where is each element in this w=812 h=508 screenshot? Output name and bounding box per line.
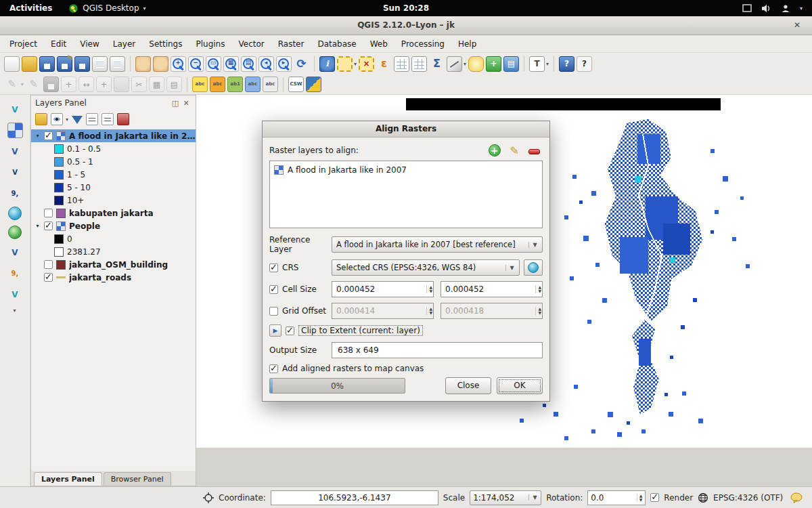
legend-class-row[interactable]: 2381.27 [31, 245, 196, 258]
zoom-next-icon[interactable]: ▸ [276, 56, 292, 72]
remove-layer-icon[interactable] [528, 149, 540, 154]
new-print-composer-icon[interactable] [92, 56, 108, 72]
chevron-down-icon[interactable]: ▾ [546, 61, 549, 67]
new-shapefile-layer-icon[interactable]: V [7, 287, 23, 302]
label-toolbar-icon[interactable]: abc [192, 77, 208, 92]
spinner-arrows-icon[interactable]: ▲▼ [426, 285, 432, 293]
new-project-icon[interactable] [4, 56, 20, 72]
cell-size-checkbox[interactable] [269, 285, 278, 294]
legend-class-row[interactable]: 10+ [31, 194, 196, 207]
cell-size-x-spinbox[interactable]: 0.000452 ▲▼ [332, 281, 434, 297]
system-status-area[interactable]: ▾ [742, 4, 812, 13]
crs-globe-icon[interactable] [698, 492, 708, 503]
zoom-full-extent-icon[interactable]: ▭ [206, 56, 221, 72]
add-group-icon[interactable] [35, 113, 47, 125]
delete-selected-icon[interactable] [114, 77, 129, 92]
map-tips-icon[interactable] [468, 56, 484, 72]
legend-class-row[interactable]: 0.1 - 0.5 [31, 142, 196, 155]
toggle-editing-icon[interactable]: ✎ [26, 77, 41, 92]
whats-this-icon[interactable]: ? [577, 56, 592, 72]
ok-button[interactable]: OK [497, 377, 543, 394]
save-layer-edits-icon[interactable] [43, 77, 59, 92]
edit-layer-icon[interactable]: ✎ [510, 144, 519, 157]
add-vector-layer-icon[interactable]: V [7, 102, 23, 117]
spinner-arrows-icon[interactable]: ▲▼ [637, 494, 643, 502]
chevron-down-icon[interactable]: ▾ [13, 308, 16, 314]
pan-to-selection-icon[interactable] [153, 56, 168, 72]
pan-map-icon[interactable] [135, 56, 151, 72]
add-mssql-layer-icon[interactable]: 9, [7, 186, 23, 201]
grid-offset-checkbox[interactable] [269, 307, 278, 316]
expand-all-icon[interactable] [86, 113, 98, 125]
show-bookmarks-icon[interactable]: ▤ [503, 56, 519, 72]
save-map-as-image-icon[interactable] [74, 56, 90, 72]
menu-help[interactable]: Help [451, 37, 483, 51]
add-to-canvas-checkbox[interactable] [269, 364, 278, 373]
help-contents-icon[interactable]: ? [559, 56, 574, 72]
menu-vector[interactable]: Vector [231, 37, 271, 51]
menu-web[interactable]: Web [363, 37, 394, 51]
rotation-spinbox[interactable]: 0.0 ▲▼ [587, 490, 646, 505]
crs-status[interactable]: EPSG:4326 (OTF) [713, 493, 783, 503]
identify-features-icon[interactable]: i [319, 56, 335, 72]
dialog-titlebar[interactable]: Align Rasters [263, 121, 549, 137]
menu-layer[interactable]: Layer [106, 37, 142, 51]
filter-legend-icon[interactable] [72, 116, 83, 124]
menu-view[interactable]: View [73, 37, 106, 51]
save-project-as-icon[interactable] [57, 56, 72, 72]
add-spatialite-layer-icon[interactable]: V [7, 165, 23, 180]
menu-database[interactable]: Database [311, 37, 363, 51]
remove-layer-icon[interactable] [117, 113, 129, 125]
close-button[interactable]: Close [445, 377, 491, 394]
menu-project[interactable]: Project [3, 37, 44, 51]
list-item[interactable]: A flood in Jakarta like in 2007 [274, 164, 538, 176]
menu-settings[interactable]: Settings [142, 37, 189, 51]
field-calculator-icon[interactable] [411, 56, 427, 72]
clip-extent-label[interactable]: Clip to Extent (current: layer) [298, 325, 423, 336]
paste-features-icon[interactable]: ▤ [166, 77, 182, 92]
chevron-down-icon[interactable]: ▾ [354, 61, 357, 67]
crs-checkbox[interactable] [269, 263, 278, 272]
zoom-in-icon[interactable]: + [171, 56, 186, 72]
measure-line-icon[interactable] [447, 56, 462, 72]
legend-class-row[interactable]: 0.5 - 1 [31, 155, 196, 168]
tab-layers-panel[interactable]: Layers Panel [34, 472, 102, 486]
add-postgis-layer-icon[interactable]: V [7, 144, 23, 159]
expander-icon[interactable]: ▾ [35, 133, 41, 139]
add-layer-icon[interactable]: + [489, 144, 501, 156]
select-by-expression-icon[interactable]: ε [376, 56, 392, 72]
render-checkbox[interactable] [650, 493, 659, 502]
layer-row-kabupaten[interactable]: kabupaten jakarta [31, 207, 196, 219]
open-project-icon[interactable] [22, 56, 37, 72]
add-raster-layer-icon[interactable] [7, 123, 23, 138]
layer-checkbox[interactable] [44, 273, 53, 282]
reference-layer-select[interactable]: A flood in Jakarta like in 2007 [best re… [332, 236, 543, 253]
manage-layer-visibility-icon[interactable] [51, 113, 63, 125]
show-statistics-icon[interactable]: Σ [429, 56, 445, 72]
open-attribute-table-icon[interactable] [394, 56, 409, 72]
label-move-icon[interactable]: abc [263, 77, 278, 92]
zoom-last-icon[interactable]: ◂ [258, 56, 274, 72]
deselect-all-icon[interactable]: × [359, 56, 374, 72]
scale-combobox[interactable]: 1:174,052 ▼ [470, 490, 541, 505]
zoom-out-icon[interactable]: − [188, 56, 204, 72]
add-feature-icon[interactable]: + [61, 77, 76, 92]
current-edits-icon[interactable]: ✎ [4, 77, 20, 92]
chevron-down-icon[interactable]: ▾ [66, 117, 68, 123]
tab-browser-panel[interactable]: Browser Panel [104, 472, 171, 486]
menu-edit[interactable]: Edit [44, 37, 73, 51]
window-titlebar[interactable]: QGIS 2.12.0–Lyon – jk ✕ [0, 16, 812, 35]
layer-row-people[interactable]: ▾ People [31, 219, 196, 232]
select-features-icon[interactable] [337, 56, 353, 72]
python-console-icon[interactable] [306, 77, 321, 92]
cell-size-y-spinbox[interactable]: 0.000452 ▲▼ [441, 281, 543, 297]
zoom-to-selection-icon[interactable]: ▦ [223, 56, 239, 72]
dock-panel-icon[interactable]: ◫ [170, 99, 181, 108]
messages-bubble-icon[interactable] [790, 492, 803, 503]
add-wms-layer-icon[interactable] [8, 207, 22, 220]
save-project-icon[interactable] [39, 56, 55, 72]
layer-row-flood[interactable]: ▾ A flood in Jakarta like in 2007 [31, 129, 196, 142]
legend-class-row[interactable]: 5 - 10 [31, 181, 196, 194]
label-pin-icon[interactable]: abc [210, 77, 225, 92]
layer-row-roads[interactable]: jakarta_roads [31, 271, 196, 284]
